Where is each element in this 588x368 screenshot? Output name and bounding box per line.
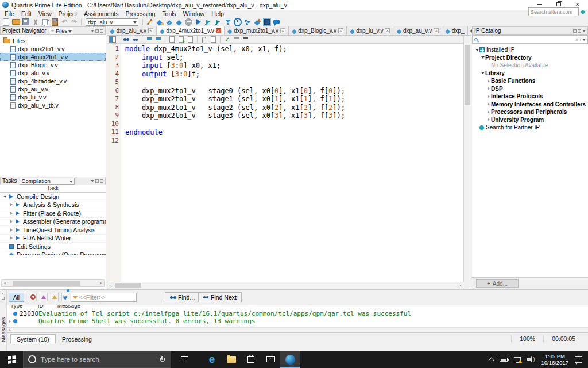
cut-button[interactable] bbox=[30, 18, 40, 26]
chevron-right-icon[interactable] bbox=[488, 79, 490, 83]
file-item[interactable]: dxp_lu_v.v bbox=[0, 93, 106, 101]
message-row[interactable]: Quartus Prime Shell was successful. 0 er… bbox=[7, 317, 588, 325]
save-button[interactable] bbox=[21, 18, 30, 26]
fitter-funnel-button[interactable] bbox=[223, 18, 233, 26]
file-item[interactable]: dxp_4bitadder_v.v bbox=[0, 77, 106, 85]
task-flow-dropdown[interactable]: Compilation bbox=[20, 178, 75, 185]
scrollbar-thumb[interactable] bbox=[465, 45, 470, 105]
file-item[interactable]: dxp_alu_v.v bbox=[0, 69, 106, 77]
chevron-right-icon[interactable] bbox=[488, 102, 490, 106]
dock-panel-icon[interactable] bbox=[578, 29, 581, 33]
redo-button[interactable] bbox=[69, 18, 79, 26]
panel-menu-icon[interactable] bbox=[91, 30, 94, 32]
pencil-button[interactable] bbox=[145, 18, 154, 26]
messages-hscrollbar[interactable]: < bbox=[7, 327, 588, 332]
chevron-right-icon[interactable] bbox=[488, 118, 490, 121]
filter-warnings-button[interactable] bbox=[51, 293, 59, 301]
store-app-button[interactable] bbox=[241, 351, 261, 368]
stop-button[interactable] bbox=[184, 18, 194, 26]
messages-list[interactable]: TypeIDMessage 23030Evaluation of Tcl scr… bbox=[7, 305, 588, 332]
scroll-right-icon[interactable]: > bbox=[457, 283, 463, 288]
close-tab-icon[interactable]: × bbox=[216, 28, 221, 33]
close-tab-icon[interactable]: × bbox=[338, 28, 343, 33]
battery-icon[interactable] bbox=[500, 358, 508, 362]
float-panel-icon[interactable] bbox=[95, 179, 99, 183]
programmer-flame-button[interactable] bbox=[252, 18, 262, 26]
task-item[interactable]: TimeQuest Timing Analysis bbox=[0, 226, 106, 235]
collapse-icon[interactable]: < bbox=[2, 292, 4, 296]
chevron-right-icon[interactable] bbox=[10, 203, 13, 206]
editor-tab[interactable]: ◆dxp_mux2to1_v.v× bbox=[225, 26, 289, 35]
ip-catalog-item[interactable]: DSP bbox=[472, 85, 588, 93]
ip-catalog-item[interactable]: Installed IP bbox=[472, 46, 588, 54]
chevron-right-icon[interactable] bbox=[9, 320, 11, 323]
quartus-app-button[interactable] bbox=[280, 351, 300, 368]
chevron-down-icon[interactable] bbox=[481, 72, 485, 74]
paste-button[interactable] bbox=[50, 18, 60, 26]
task-item[interactable]: Edit Settings bbox=[0, 243, 106, 251]
float-panel-icon[interactable] bbox=[573, 29, 577, 33]
feedback-chat-button[interactable] bbox=[272, 18, 281, 26]
file-item[interactable]: dxp_alu_v_tb.v bbox=[0, 101, 106, 109]
find-in-files-icon[interactable] bbox=[131, 36, 140, 43]
copy-file-icon[interactable] bbox=[186, 36, 195, 43]
task-view-button[interactable] bbox=[175, 351, 194, 368]
undo-button[interactable] bbox=[60, 18, 69, 26]
chevron-right-icon[interactable] bbox=[488, 110, 490, 114]
scroll-left-icon[interactable]: < bbox=[2, 281, 8, 285]
editor-tab[interactable]: ◆dxp_lu_v.v× bbox=[347, 26, 394, 35]
ip-catalog-item[interactable]: No Selection Available bbox=[472, 62, 588, 70]
task-item[interactable]: Assembler (Generate programming bbox=[0, 218, 106, 227]
editor-tab[interactable]: ◆dxp_au_v.v× bbox=[393, 26, 442, 35]
ip-catalog-item[interactable]: Interface Protocols bbox=[472, 93, 588, 101]
navigator-hscrollbar[interactable]: < > bbox=[1, 279, 105, 287]
ip-catalog-item[interactable]: University Program bbox=[472, 116, 588, 124]
indent-decrease-icon[interactable] bbox=[145, 36, 153, 43]
new-file-button[interactable] bbox=[1, 18, 11, 26]
dock-icon[interactable] bbox=[2, 297, 5, 300]
find-icon[interactable] bbox=[122, 36, 130, 43]
mail-app-button[interactable] bbox=[261, 351, 280, 368]
network-warning-icon[interactable] bbox=[514, 357, 521, 362]
message-row[interactable]: 23030Evaluation of Tcl script c:/intelfp… bbox=[7, 310, 588, 317]
message-filter-input[interactable] bbox=[79, 294, 134, 301]
assignment-diamond-button[interactable] bbox=[154, 18, 164, 26]
chevron-down-icon[interactable] bbox=[475, 49, 479, 51]
task-item[interactable]: Compile Design bbox=[0, 193, 106, 201]
ip-catalog-item[interactable]: Basic Functions bbox=[472, 77, 588, 85]
messages-tab-system-10-[interactable]: System (10) bbox=[10, 334, 56, 344]
editor-tab[interactable]: ◆dxp_4mux2to1_v.v× bbox=[157, 26, 225, 35]
line-wrap-icon[interactable] bbox=[241, 36, 250, 43]
editor-vscrollbar[interactable] bbox=[463, 36, 471, 282]
file-item[interactable]: dxp_4mux2to1_v.v bbox=[0, 53, 106, 61]
edge-app-button[interactable]: e bbox=[202, 351, 222, 368]
project-dropdown[interactable]: dxp_alu_v bbox=[86, 18, 138, 26]
search-options-dropdown[interactable] bbox=[580, 39, 586, 41]
copy-button[interactable] bbox=[40, 18, 50, 26]
filter-all-button[interactable]: All bbox=[9, 293, 24, 302]
attach-icon[interactable] bbox=[200, 36, 208, 43]
save-check-file-icon[interactable] bbox=[177, 36, 185, 43]
menu-project[interactable]: Project bbox=[55, 10, 81, 18]
close-tab-icon[interactable]: × bbox=[280, 28, 285, 33]
start-compilation-button[interactable] bbox=[194, 18, 203, 26]
chevron-right-icon[interactable] bbox=[10, 236, 13, 240]
close-tab-icon[interactable]: × bbox=[385, 28, 390, 33]
float-panel-icon[interactable] bbox=[95, 29, 99, 33]
find-next-button[interactable]: Find Next bbox=[198, 292, 242, 302]
chevron-right-icon[interactable] bbox=[10, 228, 13, 232]
timing-clock-button[interactable] bbox=[233, 18, 242, 26]
menu-tools[interactable]: Tools bbox=[158, 10, 180, 18]
chevron-right-icon[interactable] bbox=[10, 212, 13, 215]
menu-edit[interactable]: Edit bbox=[18, 10, 35, 18]
filter-errors-button[interactable] bbox=[29, 293, 37, 301]
navigator-view-dropdown[interactable]: ≡ Files bbox=[49, 28, 74, 34]
close-panel-icon[interactable] bbox=[100, 179, 103, 183]
chevron-right-icon[interactable] bbox=[10, 220, 13, 223]
scroll-right-icon[interactable]: > bbox=[98, 281, 104, 285]
task-item[interactable]: EDA Netlist Writer bbox=[0, 235, 106, 243]
menu-assignments[interactable]: Assignments bbox=[80, 10, 122, 18]
code-editor[interactable]: 123456789101112 module dxp_4mux2to1_v (s… bbox=[107, 44, 463, 282]
menu-help[interactable]: Help bbox=[208, 10, 227, 18]
menu-view[interactable]: View bbox=[35, 10, 55, 18]
